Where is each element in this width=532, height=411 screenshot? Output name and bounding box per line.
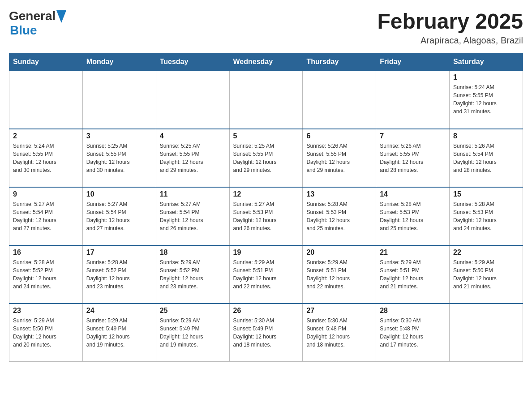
- calendar-week-row: 1Sunrise: 5:24 AMSunset: 5:55 PMDaylight…: [9, 71, 523, 129]
- day-number: 4: [160, 132, 226, 140]
- calendar-cell: 11Sunrise: 5:27 AMSunset: 5:54 PMDayligh…: [156, 187, 229, 245]
- calendar-cell: 28Sunrise: 5:30 AMSunset: 5:48 PMDayligh…: [376, 304, 450, 362]
- day-info: Sunrise: 5:27 AMSunset: 5:54 PMDaylight:…: [13, 200, 79, 232]
- calendar-cell: 9Sunrise: 5:27 AMSunset: 5:54 PMDaylight…: [9, 187, 83, 245]
- day-number: 19: [233, 248, 299, 257]
- day-number: 1: [453, 73, 519, 81]
- day-number: 14: [380, 190, 446, 198]
- day-info: Sunrise: 5:29 AMSunset: 5:51 PMDaylight:…: [380, 258, 446, 291]
- weekday-header-monday: Monday: [82, 53, 156, 71]
- day-number: 26: [233, 307, 299, 315]
- calendar-cell: 5Sunrise: 5:25 AMSunset: 5:55 PMDaylight…: [229, 129, 303, 187]
- calendar-cell: 26Sunrise: 5:30 AMSunset: 5:49 PMDayligh…: [229, 304, 303, 362]
- logo-general: General: [9, 9, 56, 23]
- calendar-cell: [156, 71, 229, 129]
- day-number: 18: [160, 248, 226, 257]
- calendar-week-row: 9Sunrise: 5:27 AMSunset: 5:54 PMDaylight…: [9, 187, 523, 245]
- day-number: 28: [380, 307, 446, 315]
- day-info: Sunrise: 5:26 AMSunset: 5:55 PMDaylight:…: [306, 142, 372, 174]
- calendar-cell: 27Sunrise: 5:30 AMSunset: 5:48 PMDayligh…: [303, 304, 376, 362]
- calendar-week-row: 23Sunrise: 5:29 AMSunset: 5:50 PMDayligh…: [9, 304, 523, 362]
- calendar-cell: 4Sunrise: 5:25 AMSunset: 5:55 PMDaylight…: [156, 129, 229, 187]
- weekday-header-friday: Friday: [376, 53, 450, 71]
- day-info: Sunrise: 5:29 AMSunset: 5:49 PMDaylight:…: [160, 317, 226, 349]
- day-number: 25: [160, 307, 226, 315]
- calendar-cell: [9, 71, 83, 129]
- day-info: Sunrise: 5:25 AMSunset: 5:55 PMDaylight:…: [86, 142, 152, 174]
- day-info: Sunrise: 5:29 AMSunset: 5:51 PMDaylight:…: [233, 258, 299, 291]
- calendar-cell: [450, 304, 523, 362]
- day-number: 3: [86, 132, 152, 140]
- calendar-cell: 22Sunrise: 5:29 AMSunset: 5:50 PMDayligh…: [450, 245, 523, 304]
- day-info: Sunrise: 5:25 AMSunset: 5:55 PMDaylight:…: [233, 142, 299, 174]
- calendar-table: SundayMondayTuesdayWednesdayThursdayFrid…: [9, 53, 523, 362]
- calendar-cell: 13Sunrise: 5:28 AMSunset: 5:53 PMDayligh…: [303, 187, 376, 245]
- page-title: February 2025: [377, 9, 523, 34]
- day-info: Sunrise: 5:24 AMSunset: 5:55 PMDaylight:…: [453, 83, 519, 116]
- title-section: February 2025 Arapiraca, Alagoas, Brazil: [377, 9, 523, 46]
- day-number: 11: [160, 190, 226, 198]
- calendar-cell: 18Sunrise: 5:29 AMSunset: 5:52 PMDayligh…: [156, 245, 229, 304]
- day-number: 5: [233, 132, 299, 140]
- calendar-cell: 19Sunrise: 5:29 AMSunset: 5:51 PMDayligh…: [229, 245, 303, 304]
- calendar-cell: 7Sunrise: 5:26 AMSunset: 5:55 PMDaylight…: [376, 129, 450, 187]
- calendar-cell: 6Sunrise: 5:26 AMSunset: 5:55 PMDaylight…: [303, 129, 376, 187]
- day-number: 27: [306, 307, 372, 315]
- day-info: Sunrise: 5:30 AMSunset: 5:48 PMDaylight:…: [380, 317, 446, 349]
- calendar-cell: 1Sunrise: 5:24 AMSunset: 5:55 PMDaylight…: [450, 71, 523, 129]
- day-number: 2: [13, 132, 79, 140]
- day-info: Sunrise: 5:25 AMSunset: 5:55 PMDaylight:…: [160, 142, 226, 174]
- day-info: Sunrise: 5:29 AMSunset: 5:50 PMDaylight:…: [13, 317, 79, 349]
- weekday-header-wednesday: Wednesday: [229, 53, 303, 71]
- day-info: Sunrise: 5:29 AMSunset: 5:52 PMDaylight:…: [160, 258, 226, 291]
- day-info: Sunrise: 5:30 AMSunset: 5:48 PMDaylight:…: [306, 317, 372, 349]
- calendar-cell: 8Sunrise: 5:26 AMSunset: 5:54 PMDaylight…: [450, 129, 523, 187]
- day-number: 21: [380, 248, 446, 257]
- day-number: 24: [86, 307, 152, 315]
- day-number: 7: [380, 132, 446, 140]
- day-info: Sunrise: 5:28 AMSunset: 5:53 PMDaylight:…: [453, 200, 519, 232]
- calendar-cell: [376, 71, 450, 129]
- day-number: 15: [453, 190, 519, 198]
- day-info: Sunrise: 5:27 AMSunset: 5:54 PMDaylight:…: [160, 200, 226, 232]
- calendar-cell: [229, 71, 303, 129]
- day-number: 9: [13, 190, 79, 198]
- day-info: Sunrise: 5:27 AMSunset: 5:54 PMDaylight:…: [86, 200, 152, 232]
- weekday-header-sunday: Sunday: [9, 53, 83, 71]
- day-info: Sunrise: 5:28 AMSunset: 5:52 PMDaylight:…: [13, 258, 79, 291]
- calendar-cell: 12Sunrise: 5:27 AMSunset: 5:53 PMDayligh…: [229, 187, 303, 245]
- calendar-week-row: 2Sunrise: 5:24 AMSunset: 5:55 PMDaylight…: [9, 129, 523, 187]
- calendar-cell: 20Sunrise: 5:29 AMSunset: 5:51 PMDayligh…: [303, 245, 376, 304]
- calendar-cell: 3Sunrise: 5:25 AMSunset: 5:55 PMDaylight…: [82, 129, 156, 187]
- day-info: Sunrise: 5:29 AMSunset: 5:51 PMDaylight:…: [306, 258, 372, 291]
- calendar-cell: 10Sunrise: 5:27 AMSunset: 5:54 PMDayligh…: [82, 187, 156, 245]
- weekday-header-tuesday: Tuesday: [156, 53, 229, 71]
- calendar-cell: [82, 71, 156, 129]
- calendar-cell: 14Sunrise: 5:28 AMSunset: 5:53 PMDayligh…: [376, 187, 450, 245]
- svg-marker-0: [56, 10, 66, 23]
- page-header: General Blue February 2025 Arapiraca, Al…: [9, 9, 523, 46]
- logo-blue: Blue: [10, 23, 66, 38]
- day-number: 10: [86, 190, 152, 198]
- calendar-header-row: SundayMondayTuesdayWednesdayThursdayFrid…: [9, 53, 523, 71]
- calendar-cell: 2Sunrise: 5:24 AMSunset: 5:55 PMDaylight…: [9, 129, 83, 187]
- calendar-cell: 24Sunrise: 5:29 AMSunset: 5:49 PMDayligh…: [82, 304, 156, 362]
- day-info: Sunrise: 5:29 AMSunset: 5:50 PMDaylight:…: [453, 258, 519, 291]
- day-number: 8: [453, 132, 519, 140]
- day-info: Sunrise: 5:27 AMSunset: 5:53 PMDaylight:…: [233, 200, 299, 232]
- logo-icon: [56, 10, 66, 23]
- day-info: Sunrise: 5:26 AMSunset: 5:55 PMDaylight:…: [380, 142, 446, 174]
- day-info: Sunrise: 5:28 AMSunset: 5:53 PMDaylight:…: [380, 200, 446, 232]
- day-info: Sunrise: 5:30 AMSunset: 5:49 PMDaylight:…: [233, 317, 299, 349]
- day-number: 22: [453, 248, 519, 257]
- day-number: 6: [306, 132, 372, 140]
- calendar-cell: 21Sunrise: 5:29 AMSunset: 5:51 PMDayligh…: [376, 245, 450, 304]
- page-subtitle: Arapiraca, Alagoas, Brazil: [377, 35, 523, 46]
- calendar-cell: 23Sunrise: 5:29 AMSunset: 5:50 PMDayligh…: [9, 304, 83, 362]
- calendar-cell: 15Sunrise: 5:28 AMSunset: 5:53 PMDayligh…: [450, 187, 523, 245]
- day-number: 13: [306, 190, 372, 198]
- day-number: 20: [306, 248, 372, 257]
- calendar-cell: 16Sunrise: 5:28 AMSunset: 5:52 PMDayligh…: [9, 245, 83, 304]
- day-info: Sunrise: 5:28 AMSunset: 5:53 PMDaylight:…: [306, 200, 372, 232]
- day-info: Sunrise: 5:26 AMSunset: 5:54 PMDaylight:…: [453, 142, 519, 174]
